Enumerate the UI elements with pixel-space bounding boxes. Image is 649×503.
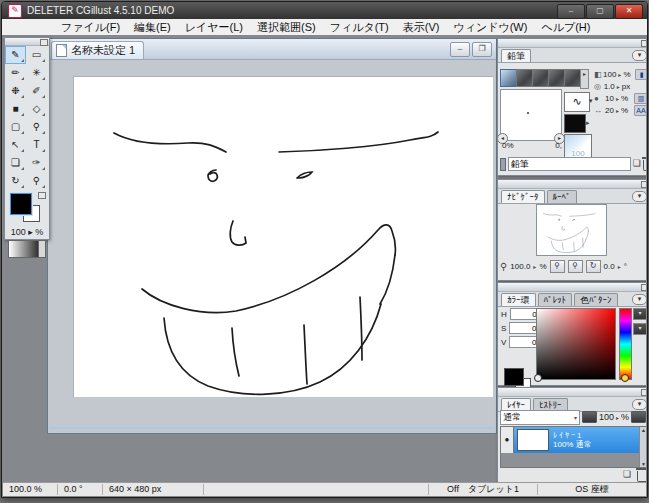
tool-loupe[interactable]: ⚲ <box>26 118 47 136</box>
layer-row-1[interactable]: ● ﾚｲﾔｰ1 100% 通常 <box>501 427 640 453</box>
canvas[interactable] <box>73 76 493 397</box>
tab-color-wheel[interactable]: ｶﾗｰ環 <box>501 293 536 306</box>
menu-selection[interactable]: 選択範囲(S) <box>250 20 323 35</box>
ink-color-swatch[interactable] <box>564 114 586 133</box>
sv-marker[interactable] <box>534 374 542 382</box>
tool-text[interactable]: T <box>26 136 47 154</box>
layer-visibility-toggle[interactable]: ● <box>501 427 514 453</box>
stroke-shape-button[interactable]: ∿ <box>564 92 590 112</box>
ink-color-dropdown-icon[interactable]: ▸ <box>586 119 590 127</box>
saturation-value-box[interactable] <box>536 308 616 380</box>
saturation-input[interactable] <box>509 322 539 334</box>
tool-airbrush[interactable]: ✳ <box>26 64 47 82</box>
pen-name-input[interactable] <box>508 157 631 171</box>
panel-foreground-color-swatch[interactable] <box>504 368 524 386</box>
menu-layer[interactable]: レイヤー(L) <box>178 20 250 35</box>
spacing-value[interactable]: 20 <box>604 106 616 115</box>
menu-filter[interactable]: フィルタ(T) <box>323 20 396 35</box>
tool-water[interactable]: ❉ <box>5 82 26 100</box>
navigator-titlebar[interactable] <box>498 180 646 189</box>
pressure-cur-value[interactable]: 0, <box>555 141 562 150</box>
tab-loupe[interactable]: ﾙｰﾍﾟ <box>547 190 577 203</box>
color-tab-menu-icon[interactable]: ▾ <box>632 294 646 305</box>
tool-eyedropper[interactable]: ✑ <box>26 154 47 172</box>
opacity-value[interactable]: 100 <box>603 70 618 79</box>
new-preset-icon[interactable]: ❏ <box>633 158 641 170</box>
brush-preset-5[interactable] <box>564 69 581 87</box>
status-zoom[interactable]: 100.0 % <box>3 484 58 495</box>
layer-panel-collapse-icon[interactable] <box>641 389 646 396</box>
tool-move[interactable]: ↖ <box>5 136 26 154</box>
foreground-color-swatch[interactable] <box>10 193 32 215</box>
value-input[interactable] <box>509 336 539 348</box>
nav-rotate-spinner-icon[interactable]: ▸ <box>618 263 621 270</box>
tool-pencil[interactable]: ✏ <box>5 64 26 82</box>
tool-fill[interactable]: ■ <box>5 100 26 118</box>
layer-panel-titlebar[interactable] <box>498 388 646 397</box>
tool-rotate-canvas[interactable]: ↻ <box>5 172 26 190</box>
density-value[interactable]: 10 <box>604 94 616 103</box>
tab-navigator[interactable]: ﾅﾋﾞｹﾞｰﾀ <box>501 190 545 203</box>
brush-preset-2[interactable] <box>516 69 533 87</box>
tool-eraser[interactable]: ▭ <box>26 46 47 64</box>
maximize-button[interactable]: ▢ <box>586 4 614 19</box>
tool-marquee[interactable]: ▢ <box>5 118 26 136</box>
stroke-shape-dropdown-icon[interactable]: ▾ <box>589 97 593 105</box>
zoom-out-button[interactable]: ⚲ <box>550 260 565 273</box>
rotate-reset-button[interactable]: ↻ <box>586 260 601 273</box>
pen-panel-collapse-icon[interactable] <box>641 40 646 47</box>
pressure-curve-icon[interactable]: ▮ <box>635 69 646 80</box>
swatch-reset-icon[interactable] <box>38 192 46 199</box>
tone-gradient-bar[interactable] <box>8 240 46 258</box>
scroll-up-icon[interactable]: ▲ <box>640 427 646 433</box>
layer-list-scrollbar[interactable]: ▲ ▼ <box>639 427 646 467</box>
layer-lock-icon[interactable] <box>631 411 646 423</box>
hue-marker[interactable] <box>621 374 629 382</box>
delete-preset-icon[interactable] <box>643 160 646 171</box>
nav-rotate-value[interactable]: 0.0 <box>604 262 615 271</box>
density-pressure-icon[interactable]: ▥ <box>634 93 646 104</box>
tool-crop[interactable]: ❏ <box>5 154 26 172</box>
menu-file[interactable]: ファイル(F) <box>54 20 127 35</box>
navigator-thumbnail[interactable] <box>536 204 607 256</box>
tool-shape[interactable]: ◇ <box>26 100 47 118</box>
brush-scroll-button[interactable]: ▸ <box>580 69 589 89</box>
pen-panel-titlebar[interactable] <box>498 39 646 48</box>
layer-opacity-spinner-icon[interactable]: ▸ <box>616 414 619 421</box>
new-layer-icon[interactable]: ❏ <box>621 469 633 481</box>
layer-tab-menu-icon[interactable]: ▾ <box>632 399 646 410</box>
menu-help[interactable]: ヘルプ(H) <box>534 20 597 35</box>
scroll-down-icon[interactable]: ▼ <box>640 461 646 467</box>
document-tab[interactable]: 名称未設定 1 <box>51 41 144 59</box>
size-value[interactable]: 1.0 <box>604 82 617 91</box>
color-panel-titlebar[interactable] <box>498 283 646 292</box>
hue-bar[interactable] <box>619 308 632 380</box>
tool-pen[interactable]: ✎ <box>5 46 26 64</box>
swatch-list-icon[interactable]: ▾ <box>633 323 646 335</box>
menu-view[interactable]: 表示(V) <box>396 20 447 35</box>
close-button[interactable]: ✕ <box>615 4 643 19</box>
status-rotation[interactable]: 0.0 ° <box>58 484 103 495</box>
pen-tab-menu-icon[interactable]: ▾ <box>632 50 646 61</box>
layer-opacity-value[interactable]: 100 <box>599 412 614 422</box>
document-minimize-button[interactable]: – <box>450 42 470 57</box>
navigator-collapse-icon[interactable] <box>641 181 646 188</box>
nav-zoom-value[interactable]: 100.0 <box>510 262 530 271</box>
tool-magnifier[interactable]: ⚲ <box>26 172 47 190</box>
delete-layer-icon[interactable] <box>637 471 646 482</box>
title-bar[interactable]: ✎ DELETER CGillust 4.5.10 DEMO – ▢ ✕ <box>2 2 647 19</box>
tool-opacity-value[interactable]: 100 ▸ % <box>5 226 49 238</box>
palette-collapse-icon[interactable] <box>40 39 48 46</box>
color-panel-collapse-icon[interactable] <box>641 284 646 291</box>
navigator-tab-menu-icon[interactable]: ▾ <box>632 191 646 202</box>
swatch-grid-icon[interactable]: ▾ <box>633 308 646 320</box>
brush-preset-3[interactable] <box>532 69 549 87</box>
pressure-min-value[interactable]: 0% <box>502 141 514 150</box>
brush-preset-4[interactable] <box>548 69 565 87</box>
tab-palette[interactable]: ﾊﾟﾚｯﾄ <box>538 293 573 306</box>
brush-preset-pencil[interactable] <box>500 69 517 87</box>
zoom-in-button[interactable]: ⚲ <box>568 260 583 273</box>
blend-mode-select[interactable]: 通常 ▾ <box>500 410 580 425</box>
status-tablet[interactable]: Off タブレット1 <box>429 484 538 495</box>
tool-palette-titlebar[interactable] <box>5 38 49 46</box>
